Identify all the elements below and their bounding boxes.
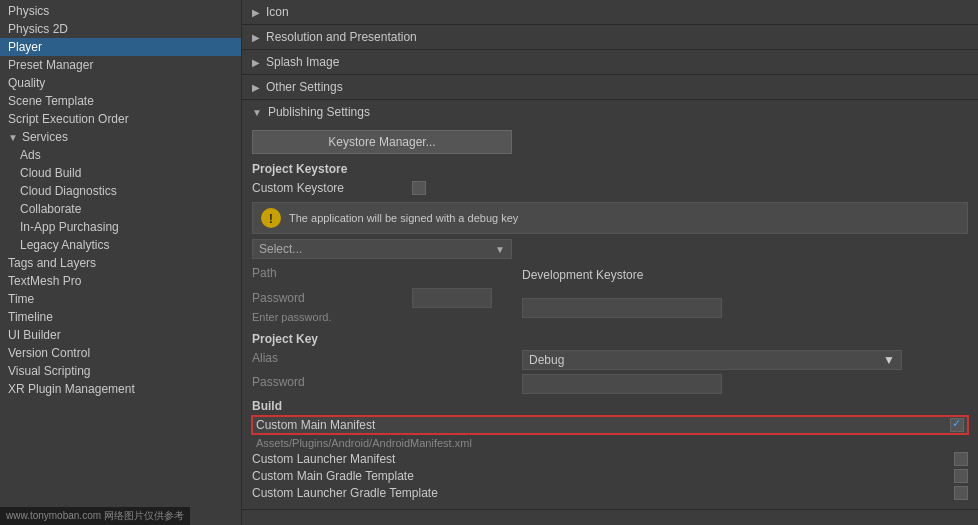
sidebar-item-textmesh-pro[interactable]: TextMesh Pro <box>0 272 241 290</box>
sidebar-item-collaborate[interactable]: Collaborate <box>0 200 241 218</box>
section-publishing-header[interactable]: ▼ Publishing Settings <box>242 100 978 124</box>
sidebar-item-legacy-analytics[interactable]: Legacy Analytics <box>0 236 241 254</box>
path-row: Path Development Keystore <box>252 264 968 285</box>
sidebar-item-timeline[interactable]: Timeline <box>0 308 241 326</box>
sidebar-item-inapp-purchasing[interactable]: In-App Purchasing <box>0 218 241 236</box>
keystore-select-dropdown[interactable]: Select... ▼ <box>252 239 512 259</box>
alias-row: Alias Debug ▼ <box>252 349 968 370</box>
splash-arrow: ▶ <box>252 57 260 68</box>
custom-launcher-gradle-row: Custom Launcher Gradle Template <box>252 486 968 500</box>
sidebar-item-xr-plugin[interactable]: XR Plugin Management <box>0 380 241 398</box>
alias-chevron-icon: ▼ <box>883 353 895 367</box>
other-arrow: ▶ <box>252 82 260 93</box>
icon-section-label: Icon <box>266 5 289 19</box>
custom-main-manifest-label: Custom Main Manifest <box>256 418 944 432</box>
password2-row: Password <box>252 373 968 394</box>
services-arrow-icon: ▼ <box>8 132 18 143</box>
custom-main-manifest-row: Custom Main Manifest <box>252 416 968 434</box>
password-input[interactable] <box>412 288 492 308</box>
section-icon: ▶ Icon <box>242 0 978 25</box>
section-resolution-header[interactable]: ▶ Resolution and Presentation <box>242 25 978 49</box>
custom-keystore-row: Custom Keystore <box>252 179 968 197</box>
custom-keystore-label: Custom Keystore <box>252 181 412 195</box>
warning-text: The application will be signed with a de… <box>289 212 518 224</box>
section-other: ▶ Other Settings <box>242 75 978 100</box>
alias-label: Alias <box>252 351 412 365</box>
resolution-label: Resolution and Presentation <box>266 30 417 44</box>
sidebar-item-scene-template[interactable]: Scene Template <box>0 92 241 110</box>
project-key-title: Project Key <box>252 332 968 346</box>
select-placeholder: Select... <box>259 242 302 256</box>
sidebar-item-preset-manager[interactable]: Preset Manager <box>0 56 241 74</box>
custom-main-gradle-label: Custom Main Gradle Template <box>252 469 948 483</box>
password-row: Password Enter password. <box>252 288 968 327</box>
debug-key-warning: ! The application will be signed with a … <box>252 202 968 234</box>
watermark: www.tonymoban.com 网络图片仅供参考 <box>0 507 190 525</box>
dev-keystore-password-input[interactable] <box>522 298 722 318</box>
other-label: Other Settings <box>266 80 343 94</box>
custom-main-gradle-checkbox[interactable] <box>954 469 968 483</box>
custom-launcher-gradle-label: Custom Launcher Gradle Template <box>252 486 948 500</box>
section-splash-header[interactable]: ▶ Splash Image <box>242 50 978 74</box>
project-keystore-title: Project Keystore <box>252 162 968 176</box>
custom-launcher-manifest-label: Custom Launcher Manifest <box>252 452 948 466</box>
enter-password-hint: Enter password. <box>252 311 522 323</box>
password2-label: Password <box>252 375 412 389</box>
section-resolution: ▶ Resolution and Presentation <box>242 25 978 50</box>
sidebar-item-tags-layers[interactable]: Tags and Layers <box>0 254 241 272</box>
password-label: Password <box>252 291 412 305</box>
publishing-content: Keystore Manager... Project Keystore Cus… <box>242 124 978 509</box>
build-title: Build <box>252 399 968 413</box>
sidebar-item-quality[interactable]: Quality <box>0 74 241 92</box>
publishing-arrow: ▼ <box>252 107 262 118</box>
publishing-label: Publishing Settings <box>268 105 370 119</box>
splash-label: Splash Image <box>266 55 339 69</box>
sidebar-item-ads[interactable]: Ads <box>0 146 241 164</box>
sidebar-item-physics[interactable]: Physics <box>0 2 241 20</box>
sidebar-item-cloud-diagnostics[interactable]: Cloud Diagnostics <box>0 182 241 200</box>
icon-section-arrow: ▶ <box>252 7 260 18</box>
keystore-select-row: Select... ▼ <box>252 239 968 259</box>
sidebar: Physics Physics 2D Player Preset Manager… <box>0 0 242 525</box>
section-splash: ▶ Splash Image <box>242 50 978 75</box>
development-keystore-label: Development Keystore <box>522 268 643 282</box>
section-publishing: ▼ Publishing Settings Keystore Manager..… <box>242 100 978 510</box>
sidebar-item-version-control[interactable]: Version Control <box>0 344 241 362</box>
custom-main-gradle-row: Custom Main Gradle Template <box>252 469 968 483</box>
sidebar-item-physics2d[interactable]: Physics 2D <box>0 20 241 38</box>
alias-value: Debug <box>529 353 564 367</box>
sidebar-item-script-execution[interactable]: Script Execution Order <box>0 110 241 128</box>
section-other-header[interactable]: ▶ Other Settings <box>242 75 978 99</box>
sidebar-item-visual-scripting[interactable]: Visual Scripting <box>0 362 241 380</box>
resolution-arrow: ▶ <box>252 32 260 43</box>
custom-keystore-checkbox[interactable] <box>412 181 426 195</box>
section-icon-header[interactable]: ▶ Icon <box>242 0 978 24</box>
select-chevron-icon: ▼ <box>495 244 505 255</box>
custom-launcher-manifest-row: Custom Launcher Manifest <box>252 452 968 466</box>
custom-main-manifest-checkbox[interactable] <box>950 418 964 432</box>
custom-launcher-manifest-checkbox[interactable] <box>954 452 968 466</box>
custom-main-manifest-path: Assets/Plugins/Android/AndroidManifest.x… <box>252 437 968 449</box>
warning-icon: ! <box>261 208 281 228</box>
alias-dropdown[interactable]: Debug ▼ <box>522 350 902 370</box>
sidebar-item-services[interactable]: ▼ Services <box>0 128 241 146</box>
sidebar-item-time[interactable]: Time <box>0 290 241 308</box>
sidebar-item-ui-builder[interactable]: UI Builder <box>0 326 241 344</box>
main-content: ▶ Icon ▶ Resolution and Presentation ▶ S… <box>242 0 978 525</box>
custom-launcher-gradle-checkbox[interactable] <box>954 486 968 500</box>
sidebar-item-player[interactable]: Player <box>0 38 241 56</box>
proj-key-password-input[interactable] <box>522 374 722 394</box>
sidebar-item-cloud-build[interactable]: Cloud Build <box>0 164 241 182</box>
keystore-manager-button[interactable]: Keystore Manager... <box>252 130 512 154</box>
path-label: Path <box>252 266 412 280</box>
